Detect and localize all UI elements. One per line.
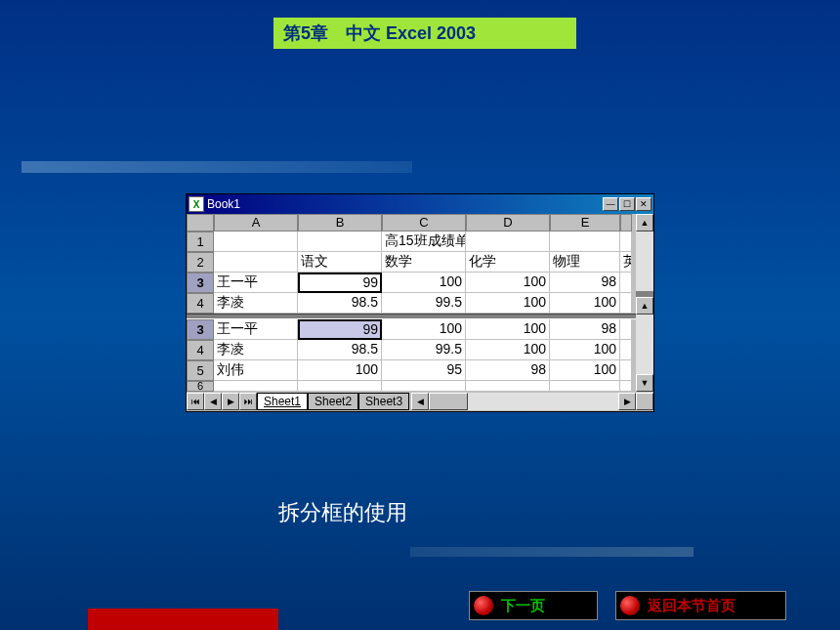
active-cell[interactable]: 99 [298, 319, 382, 340]
slide-title: 第5章 中文 Excel 2003 [273, 18, 576, 49]
cell[interactable]: 100 [298, 360, 382, 381]
window-controls: — ☐ ✕ [603, 197, 651, 211]
next-label: 下一页 [501, 597, 545, 615]
cell[interactable]: 98.5 [298, 340, 382, 360]
scroll-thumb[interactable] [429, 393, 468, 410]
scroll-up-icon[interactable]: ▲ [636, 214, 653, 231]
table-row: 6 [187, 381, 636, 392]
row-header[interactable]: 6 [187, 381, 214, 392]
cell[interactable]: 100 [550, 360, 620, 381]
decorative-divider-right [410, 547, 693, 557]
first-sheet-icon[interactable]: ⏮ [187, 393, 204, 410]
cell[interactable]: 100 [466, 293, 550, 314]
next-page-button[interactable]: 下一页 [469, 591, 598, 620]
cell[interactable] [620, 231, 632, 252]
decorative-red-block [88, 609, 278, 630]
col-header-B[interactable]: B [298, 214, 382, 231]
cell[interactable] [620, 360, 632, 381]
maximize-button[interactable]: ☐ [619, 197, 635, 211]
col-header-A[interactable]: A [214, 214, 298, 231]
cell[interactable] [382, 381, 466, 392]
next-sheet-icon[interactable]: ▶ [222, 393, 239, 410]
col-header-E[interactable]: E [550, 214, 620, 231]
cell[interactable]: 100 [550, 293, 620, 314]
decorative-divider-left [21, 161, 412, 173]
cell[interactable]: 李凌 [214, 340, 298, 360]
cell[interactable]: 物理 [550, 252, 620, 273]
scroll-track[interactable] [636, 315, 653, 374]
window-title: Book1 [207, 197, 603, 211]
minimize-button[interactable]: — [603, 197, 618, 211]
slide-caption: 拆分框的使用 [278, 498, 407, 527]
cell[interactable] [620, 319, 632, 340]
cell[interactable] [214, 381, 298, 392]
cell[interactable]: 100 [382, 319, 466, 340]
cell[interactable]: 语文 [298, 252, 382, 273]
scroll-down-icon[interactable]: ▼ [636, 374, 653, 392]
row-header[interactable]: 3 [187, 273, 214, 293]
last-sheet-icon[interactable]: ⏭ [239, 393, 257, 410]
vertical-scrollbar[interactable]: ▲ ▲ ▼ [636, 214, 653, 392]
col-header-partial[interactable] [620, 214, 632, 231]
scroll-right-icon[interactable]: ▶ [618, 393, 636, 410]
cell[interactable]: 王一平 [214, 319, 298, 340]
row-header[interactable]: 3 [187, 319, 214, 340]
cell[interactable]: 王一平 [214, 273, 298, 293]
close-button[interactable]: ✕ [636, 197, 651, 211]
table-row: 3 王一平 99 100 100 98 [187, 273, 636, 293]
row-header[interactable]: 4 [187, 340, 214, 360]
cell[interactable]: 98 [550, 273, 620, 293]
active-cell[interactable]: 99 [298, 273, 382, 293]
cell[interactable] [550, 231, 620, 252]
sheet-tab-active[interactable]: Sheet1 [257, 393, 308, 410]
cell[interactable]: 化学 [466, 252, 550, 273]
row-header[interactable]: 4 [187, 293, 214, 314]
cell[interactable]: 100 [466, 273, 550, 293]
cell[interactable] [214, 231, 298, 252]
row-header[interactable]: 2 [187, 252, 214, 273]
cell[interactable] [214, 252, 298, 273]
row-header[interactable]: 5 [187, 360, 214, 381]
horizontal-scrollbar[interactable]: ◀ ▶ [411, 393, 636, 410]
cell[interactable] [620, 273, 632, 293]
cell[interactable]: 98 [550, 319, 620, 340]
cell[interactable]: 英 [620, 252, 632, 273]
scroll-left-icon[interactable]: ◀ [411, 393, 429, 410]
cell[interactable]: 刘伟 [214, 360, 298, 381]
scroll-track[interactable] [468, 393, 618, 410]
prev-sheet-icon[interactable]: ◀ [204, 393, 222, 410]
cell[interactable]: 数学 [382, 252, 466, 273]
cell[interactable]: 99.5 [382, 293, 466, 314]
cell[interactable]: 100 [550, 340, 620, 360]
cell[interactable]: 高15班成绩单 [382, 231, 466, 252]
col-header-C[interactable]: C [382, 214, 466, 231]
row-header[interactable]: 1 [187, 231, 214, 252]
cell[interactable] [620, 381, 632, 392]
corner-box [636, 393, 653, 410]
cell[interactable] [620, 340, 632, 360]
col-header-D[interactable]: D [466, 214, 550, 231]
return-button[interactable]: 返回本节首页 [615, 591, 786, 620]
cell[interactable]: 100 [382, 273, 466, 293]
return-label: 返回本节首页 [648, 597, 735, 615]
cell[interactable]: 李凌 [214, 293, 298, 314]
cell[interactable]: 95 [382, 360, 466, 381]
scroll-track[interactable] [636, 231, 653, 291]
cell[interactable] [466, 381, 550, 392]
window-titlebar: X Book1 — ☐ ✕ [187, 194, 653, 214]
cell[interactable]: 100 [466, 340, 550, 360]
cell[interactable] [298, 231, 382, 252]
cell[interactable] [466, 231, 550, 252]
sheet-tab[interactable]: Sheet3 [358, 393, 409, 410]
cell[interactable] [298, 381, 382, 392]
cell[interactable] [550, 381, 620, 392]
select-all-corner[interactable] [187, 214, 214, 231]
cell[interactable]: 99.5 [382, 340, 466, 360]
cell[interactable]: 98 [466, 360, 550, 381]
cell[interactable] [620, 293, 632, 314]
table-row: 4 李凌 98.5 99.5 100 100 [187, 340, 636, 360]
scroll-up-icon[interactable]: ▲ [636, 297, 653, 315]
cell[interactable]: 100 [466, 319, 550, 340]
cell[interactable]: 98.5 [298, 293, 382, 314]
sheet-tab[interactable]: Sheet2 [308, 393, 358, 410]
